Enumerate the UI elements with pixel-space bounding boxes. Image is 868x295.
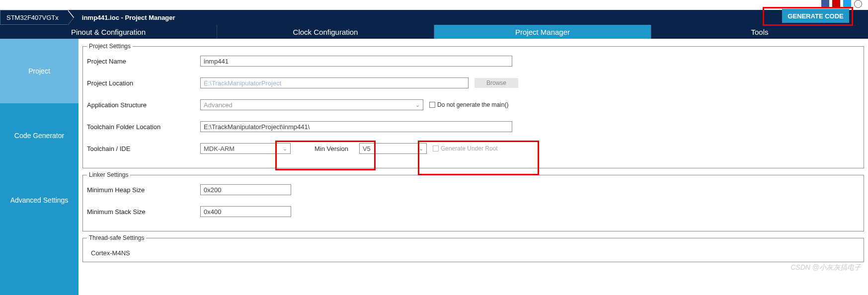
stack-label: Minimum Stack Size xyxy=(87,208,200,216)
app-structure-label: Application Structure xyxy=(87,101,200,109)
breadcrumb-device[interactable]: STM32F407VGTx xyxy=(0,10,68,25)
chevron-down-icon: ⌄ xyxy=(283,146,287,152)
toolchain-ide-select[interactable]: MDK-ARM ⌄ xyxy=(200,143,291,154)
thread-safe-legend: Thread-safe Settings xyxy=(87,234,146,241)
settings-icon[interactable] xyxy=(854,0,862,8)
min-version-label: Min Version xyxy=(315,145,348,152)
project-location-input[interactable] xyxy=(200,77,469,88)
stack-input[interactable] xyxy=(200,206,291,217)
social-icons xyxy=(821,0,862,8)
youtube-icon[interactable] xyxy=(832,0,840,8)
project-settings-legend: Project Settings xyxy=(87,43,133,50)
thread-safe-core: Cortex-M4NS xyxy=(87,247,860,259)
no-main-label: Do not generate the main() xyxy=(437,101,508,108)
tab-tools[interactable]: Tools xyxy=(651,25,868,39)
gen-root-label: Generate Under Root xyxy=(441,145,498,152)
heap-input[interactable] xyxy=(200,184,291,195)
tab-pinout[interactable]: Pinout & Configuration xyxy=(0,25,217,39)
app-structure-value: Advanced xyxy=(204,101,233,109)
app-structure-select[interactable]: Advanced ⌄ xyxy=(200,99,423,110)
main-tabs: Pinout & Configuration Clock Configurati… xyxy=(0,25,868,39)
toolchain-ide-label: Toolchain / IDE xyxy=(87,145,200,152)
tab-clock[interactable]: Clock Configuration xyxy=(217,25,434,39)
linker-settings-fieldset: Linker Settings Minimum Heap Size Minimu… xyxy=(82,171,864,231)
toolchain-ide-value: MDK-ARM xyxy=(204,145,235,152)
breadcrumb-bar: STM32F407VGTx inmp441.ioc - Project Mana… xyxy=(0,10,868,25)
sidebar-item-project[interactable]: Project xyxy=(0,39,79,103)
thread-safe-fieldset: Thread-safe Settings Cortex-M4NS xyxy=(82,234,864,262)
chevron-down-icon: ⌄ xyxy=(415,102,420,108)
tab-project-manager[interactable]: Project Manager xyxy=(434,25,651,39)
sidebar-item-codegen[interactable]: Code Generator xyxy=(0,103,79,168)
min-version-select[interactable]: V5 ⌄ xyxy=(359,143,427,154)
project-name-input[interactable] xyxy=(200,56,512,67)
main-area: Project Code Generator Advanced Settings… xyxy=(0,39,868,295)
heap-label: Minimum Heap Size xyxy=(87,186,200,194)
sidebar-item-advanced[interactable]: Advanced Settings xyxy=(0,168,79,232)
sidebar: Project Code Generator Advanced Settings xyxy=(0,39,79,295)
gen-root-checkbox xyxy=(433,146,439,151)
top-toolbar xyxy=(0,0,868,10)
twitter-icon[interactable] xyxy=(843,0,851,8)
generate-code-button[interactable]: GENERATE CODE xyxy=(782,9,849,23)
min-version-value: V5 xyxy=(363,145,371,152)
project-location-label: Project Location xyxy=(87,79,200,87)
linker-settings-legend: Linker Settings xyxy=(87,171,130,178)
no-main-checkbox[interactable] xyxy=(429,102,435,108)
content-area: Project Settings Project Name Project Lo… xyxy=(79,39,868,295)
project-settings-fieldset: Project Settings Project Name Project Lo… xyxy=(82,43,864,168)
breadcrumb-file[interactable]: inmp441.ioc - Project Manager xyxy=(68,10,184,25)
toolchain-folder-input[interactable] xyxy=(200,121,512,132)
facebook-icon[interactable] xyxy=(821,0,829,8)
toolchain-folder-label: Toolchain Folder Location xyxy=(87,123,200,131)
project-name-label: Project Name xyxy=(87,58,200,65)
browse-button[interactable]: Browse xyxy=(474,78,518,88)
gen-root-checkbox-wrap: Generate Under Root xyxy=(433,145,498,152)
no-main-checkbox-wrap[interactable]: Do not generate the main() xyxy=(429,101,508,108)
chevron-down-icon: ⌄ xyxy=(419,146,423,152)
